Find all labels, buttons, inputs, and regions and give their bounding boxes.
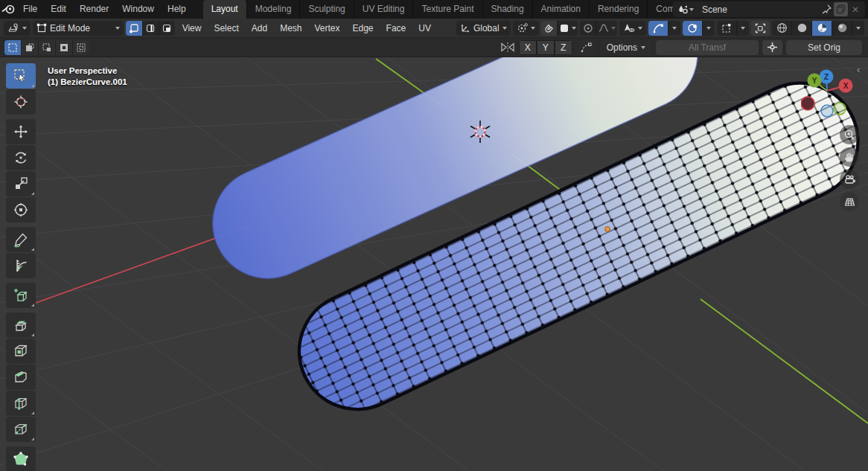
tool-inset-faces[interactable] [6,339,36,364]
subtool-indicator [31,333,34,336]
mirror-x-button[interactable]: X [519,40,537,55]
tool-scale[interactable] [6,171,36,196]
menu-select[interactable]: Select [208,19,243,38]
knife-icon [13,421,29,438]
menu-add[interactable]: Add [246,19,272,38]
menu-face[interactable]: Face [381,19,412,38]
blender-logo[interactable] [0,0,16,19]
tool-bevel[interactable] [6,365,36,390]
shading-solid-button[interactable] [792,21,812,36]
navigation-gizmo[interactable]: Z Y X [801,65,855,119]
tool-tweak[interactable] [6,63,36,89]
all-transform-button[interactable]: All Transf [656,40,759,55]
snap-target-dropdown[interactable] [558,21,578,36]
mode-selector[interactable]: Edit Mode [33,21,124,36]
falloff-dropdown[interactable] [596,21,617,36]
gizmo-axis-negative-x[interactable] [801,97,814,110]
camera-view-button[interactable] [840,170,859,189]
tool-measure[interactable] [6,253,36,278]
mirror-y-button[interactable]: Y [537,40,555,55]
set-origin-button[interactable]: Set Orig [786,40,862,55]
tab-compositing[interactable]: Compositing [648,0,673,19]
perspective-toggle-button[interactable] [840,192,859,211]
snap-toggle-button[interactable] [541,21,558,36]
scene-browse-button[interactable] [675,2,696,16]
gizmo-axis-y[interactable]: Y [808,74,822,88]
menu-render[interactable]: Render [73,0,115,19]
shading-wireframe-button[interactable] [772,21,792,36]
gizmo-axis-x[interactable]: X [839,79,853,93]
tool-transform[interactable] [6,197,36,222]
menu-edge[interactable]: Edge [348,19,379,38]
show-gizmos-toggle[interactable] [648,21,668,36]
face-select-button[interactable] [159,21,175,36]
tool-cursor[interactable] [6,89,36,115]
new-scene-button[interactable] [834,2,848,16]
tool-move[interactable] [6,119,36,144]
tool-knife[interactable] [6,417,36,442]
shading-dropdown[interactable] [852,21,864,36]
select-mode-subtract[interactable] [39,40,55,55]
menu-edit[interactable]: Edit [44,0,73,19]
options-dropdown[interactable]: Options [600,40,652,55]
tab-animation[interactable]: Animation [533,0,590,19]
pivot-point-dropdown[interactable] [513,21,539,36]
mesh-edit-overlay-button[interactable] [717,21,737,36]
vertex-select-button[interactable] [126,21,142,36]
tool-poly-build[interactable] [6,446,36,471]
menu-vertex[interactable]: Vertex [309,19,345,38]
tool-rotate[interactable] [6,145,36,170]
tool-settings-bar: X Y Z Options All Transf Set Orig [0,38,868,57]
show-overlays-toggle[interactable] [683,21,703,36]
edge-snap-button[interactable] [576,40,596,55]
sidebar-collapse-chevron[interactable]: ‹ [857,64,860,75]
tab-rendering[interactable]: Rendering [590,0,648,19]
menu-mesh[interactable]: Mesh [275,19,307,38]
tab-uv-editing[interactable]: UV Editing [354,0,414,19]
gizmo-axis-negative-y[interactable] [834,103,846,115]
menu-file[interactable]: File [16,0,44,19]
menu-window[interactable]: Window [115,0,161,19]
proportional-edit-toggle[interactable] [580,21,596,36]
mirror-z-button[interactable]: Z [555,40,572,55]
pin-scene-button[interactable] [820,2,834,16]
tool-loop-cut[interactable] [6,391,36,416]
menu-view[interactable]: View [177,19,207,38]
overlays-dropdown[interactable] [703,21,715,36]
tool-annotate[interactable] [6,227,36,252]
select-mode-extend[interactable] [22,40,38,55]
tab-sculpting[interactable]: Sculpting [300,0,354,19]
xray-toggle-button[interactable] [751,21,770,36]
gizmo-axis-negative-z[interactable] [821,105,833,117]
shading-rendered-button[interactable] [832,21,852,36]
object-visibility-dropdown[interactable] [619,21,646,36]
select-mode-invert[interactable] [56,40,72,55]
tab-modeling[interactable]: Modeling [247,0,301,19]
pan-button[interactable] [840,147,859,167]
edge-select-button[interactable] [143,21,159,36]
viewport-3d[interactable] [0,57,868,471]
tool-add-cube[interactable] [6,283,36,308]
tab-layout[interactable]: Layout [203,0,247,19]
scene-name[interactable]: Scene [696,4,820,15]
loop-cut-icon [13,395,29,411]
svg-text:X: X [843,82,849,90]
mesh-edit-overlay-dropdown[interactable] [737,21,749,36]
shading-material-button[interactable] [812,21,832,36]
transform-orientation-dropdown[interactable]: Global [456,21,511,36]
menu-uv[interactable]: UV [413,19,436,38]
tool-extrude-region[interactable] [6,313,36,338]
select-mode-new[interactable] [4,40,21,55]
topbar: File Edit Render Window Help Layout Mode… [0,0,868,19]
snap-controls [541,21,578,36]
gizmos-dropdown[interactable] [668,21,680,36]
unlink-scene-button[interactable]: ✕ [848,4,863,15]
shading-modes [772,21,864,36]
origin-crosshair-button[interactable] [762,40,782,55]
tab-texture-paint[interactable]: Texture Paint [413,0,482,19]
menu-help[interactable]: Help [161,0,193,19]
select-mode-intersect[interactable] [73,40,89,55]
editor-type-button[interactable] [4,21,31,36]
tab-shading[interactable]: Shading [483,0,533,19]
zoom-button[interactable] [840,125,859,144]
